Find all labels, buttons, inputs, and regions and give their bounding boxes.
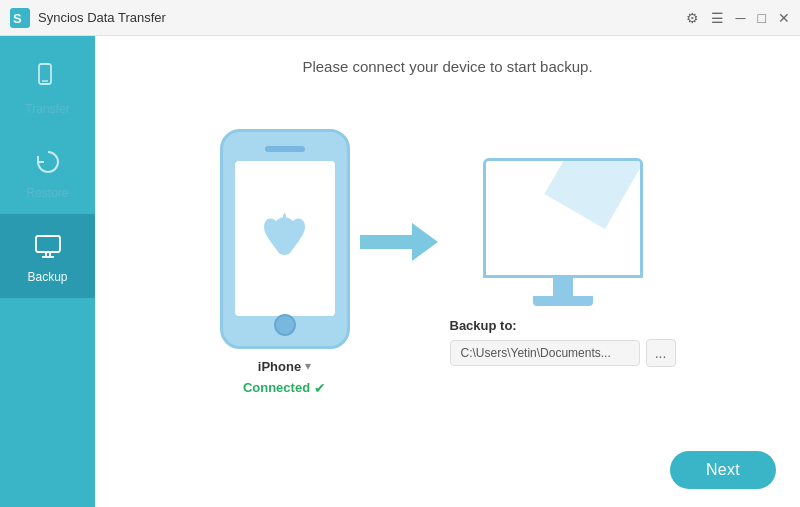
phone-name: iPhone <box>258 359 301 374</box>
dropdown-arrow-icon[interactable]: ▾ <box>305 359 311 373</box>
sidebar-item-transfer[interactable]: Transfer <box>0 46 95 130</box>
title-bar-left: S Syncios Data Transfer <box>10 8 166 28</box>
connected-check-icon: ✔ <box>314 380 326 396</box>
phone-illustration <box>220 129 350 349</box>
maximize-icon[interactable]: □ <box>758 11 766 25</box>
content-header: Please connect your device to start back… <box>95 36 800 85</box>
restore-icon <box>30 144 66 180</box>
next-button[interactable]: Next <box>670 451 776 489</box>
connected-text: Connected <box>243 380 310 395</box>
title-bar: S Syncios Data Transfer ⚙ ☰ ─ □ ✕ <box>0 0 800 36</box>
svg-rect-4 <box>36 236 60 252</box>
backup-info: Backup to: C:\Users\Yetin\Documents... .… <box>450 318 676 367</box>
monitor-stand-neck <box>553 278 573 296</box>
content-footer: Next <box>95 439 800 507</box>
main-layout: Transfer Restore <box>0 36 800 507</box>
title-bar-controls: ⚙ ☰ ─ □ ✕ <box>686 11 790 25</box>
transfer-icon <box>30 60 66 96</box>
connected-status: Connected ✔ <box>243 380 326 396</box>
backup-icon <box>30 228 66 264</box>
menu-icon[interactable]: ☰ <box>711 11 724 25</box>
transfer-label: Transfer <box>25 102 69 116</box>
content-area: Please connect your device to start back… <box>95 36 800 507</box>
phone-dropdown[interactable]: iPhone ▾ <box>258 359 311 374</box>
sidebar-item-restore[interactable]: Restore <box>0 130 95 214</box>
app-logo-icon: S <box>10 8 30 28</box>
phone-container: iPhone ▾ Connected ✔ <box>220 129 350 396</box>
backup-to-label: Backup to: <box>450 318 517 333</box>
sidebar: Transfer Restore <box>0 36 95 507</box>
settings-icon[interactable]: ⚙ <box>686 11 699 25</box>
monitor-stand-base <box>533 296 593 306</box>
phone-speaker <box>265 146 305 152</box>
sidebar-item-backup[interactable]: Backup <box>0 214 95 298</box>
backup-path-row: C:\Users\Yetin\Documents... ... <box>450 339 676 367</box>
monitor-screen <box>486 161 640 275</box>
transfer-arrow-icon <box>360 217 440 267</box>
apple-logo-icon <box>257 209 312 269</box>
backup-label: Backup <box>27 270 67 284</box>
phone-wrapper <box>220 129 350 349</box>
content-body: iPhone ▾ Connected ✔ <box>95 85 800 439</box>
svg-marker-8 <box>360 223 438 261</box>
svg-text:S: S <box>13 11 22 26</box>
close-icon[interactable]: ✕ <box>778 11 790 25</box>
monitor-container <box>483 158 643 306</box>
minimize-icon[interactable]: ─ <box>736 11 746 25</box>
arrow-container <box>350 217 450 267</box>
backup-browse-button[interactable]: ... <box>646 339 676 367</box>
backup-path-field: C:\Users\Yetin\Documents... <box>450 340 640 366</box>
phone-screen <box>235 161 335 316</box>
app-title: Syncios Data Transfer <box>38 10 166 25</box>
phone-home-button <box>274 314 296 336</box>
header-text: Please connect your device to start back… <box>302 58 592 75</box>
right-area: Backup to: C:\Users\Yetin\Documents... .… <box>450 158 676 367</box>
restore-label: Restore <box>26 186 68 200</box>
monitor-illustration <box>483 158 643 278</box>
